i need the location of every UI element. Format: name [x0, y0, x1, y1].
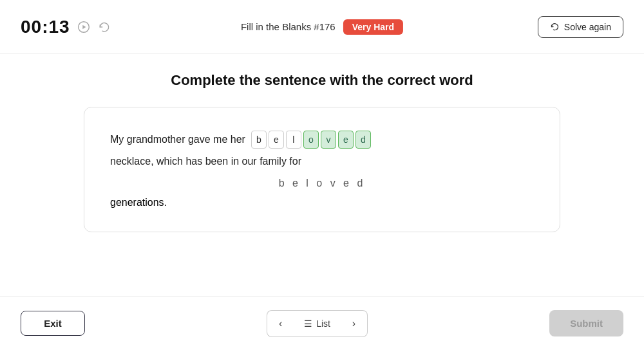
nav-controls: ‹ ☰ List ›: [267, 310, 368, 337]
letter-box-0: b: [251, 131, 267, 149]
main-content: Complete the sentence with the correct w…: [0, 54, 644, 296]
refresh-icon[interactable]: [97, 20, 111, 34]
chevron-right-icon: ›: [352, 318, 355, 329]
timer-display: 00:13: [21, 17, 70, 37]
list-icon: ☰: [304, 318, 312, 329]
letter-box-6: d: [355, 131, 371, 149]
difficulty-badge: Very Hard: [343, 19, 403, 35]
letter-box-3: o: [303, 131, 319, 149]
letter-box-4: v: [321, 131, 336, 149]
prev-button[interactable]: ‹: [267, 310, 294, 337]
solve-again-label: Solve again: [564, 22, 611, 32]
next-button[interactable]: ›: [341, 310, 368, 337]
sentence-ending: generations.: [110, 197, 167, 208]
sentence-before: My grandmother gave me her: [110, 131, 245, 149]
list-button[interactable]: ☰ List: [294, 310, 341, 337]
letter-box-2: l: [286, 131, 301, 149]
submit-button[interactable]: Submit: [549, 310, 623, 336]
puzzle-label: Fill in the Blanks #176: [241, 21, 336, 32]
svg-marker-1: [82, 24, 86, 29]
play-icon[interactable]: [77, 20, 91, 34]
puzzle-info: Fill in the Blanks #176 Very Hard: [241, 19, 403, 35]
solve-again-icon: [550, 22, 560, 32]
question-title: Complete the sentence with the correct w…: [171, 72, 473, 89]
sentence-line1: My grandmother gave me her b e l o v e d…: [110, 131, 534, 171]
sentence-card: My grandmother gave me her b e l o v e d…: [84, 107, 560, 232]
chevron-left-icon: ‹: [279, 318, 282, 329]
letter-box-5: e: [338, 131, 354, 149]
exit-button[interactable]: Exit: [21, 311, 85, 336]
sentence-line2: b e l o v e d: [110, 178, 534, 189]
header: 00:13 Fill in the Blanks #176 Very Hard …: [0, 0, 644, 54]
word-display: b e l o v e d: [279, 178, 366, 189]
footer: Exit ‹ ☰ List › Submit: [0, 296, 644, 350]
letter-box-1: e: [269, 131, 284, 149]
answer-boxes: b e l o v e d: [251, 131, 371, 149]
solve-again-button[interactable]: Solve again: [538, 16, 623, 38]
list-label: List: [316, 318, 330, 329]
timer-section: 00:13: [21, 17, 111, 37]
sentence-line3: generations.: [110, 197, 534, 208]
sentence-after: necklace, which has been in our family f…: [110, 152, 301, 171]
